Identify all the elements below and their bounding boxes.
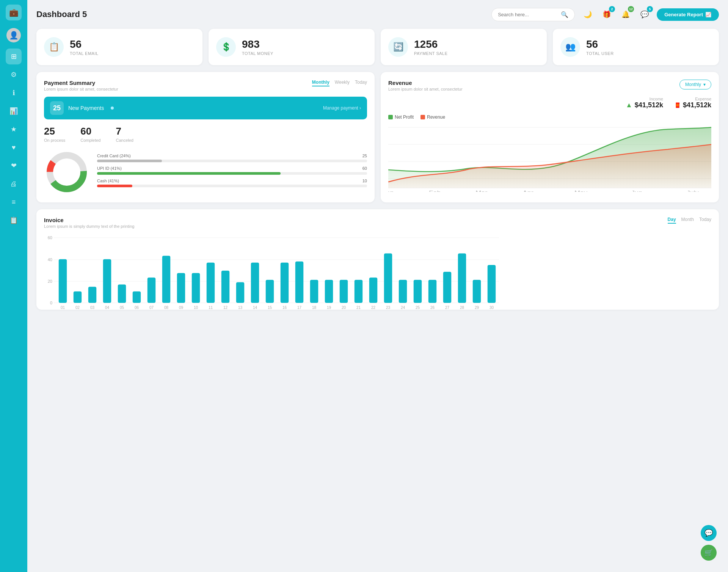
income-amount: ▲ $41,512k: [626, 101, 663, 109]
invoice-card: Invoice Lorem ipsum is simply dummy text…: [36, 209, 719, 310]
sidebar-item-heart2[interactable]: ❤: [6, 158, 22, 174]
svg-text:03: 03: [90, 306, 95, 310]
new-payments-left: 25 New Payments: [50, 101, 114, 115]
tab-today[interactable]: Today: [355, 80, 367, 86]
expense-amount: 🧧 $41,512k: [675, 101, 711, 109]
bell-badge: 12: [628, 6, 634, 12]
metric-canceled: 7 Canceled: [116, 125, 133, 143]
money-number: 983: [242, 38, 273, 50]
svg-text:17: 17: [297, 306, 302, 310]
money-icon: 💲: [216, 37, 236, 57]
stats-row: 📋 56 TOTAL EMAIL 💲 983 TOTAL MONEY 🔄 125…: [36, 29, 719, 65]
avatar[interactable]: 👤: [6, 28, 21, 42]
svg-text:May: May: [574, 190, 588, 192]
credit-label: Credit Card (24%): [97, 154, 131, 158]
tab-monthly[interactable]: Monthly: [312, 80, 329, 86]
sidebar-item-info[interactable]: ℹ: [6, 85, 22, 101]
sidebar-item-settings[interactable]: ⚙: [6, 67, 22, 83]
expense-icon: 🧧: [675, 102, 681, 108]
net-profit-dot: [388, 115, 393, 119]
svg-text:02: 02: [75, 306, 80, 310]
svg-text:05: 05: [120, 306, 124, 310]
revenue-stats: Income ▲ $41,512k Expense 🧧 $41,512k: [388, 97, 711, 109]
metric-on-process-val: 25: [44, 125, 65, 137]
bar-1: [59, 259, 67, 303]
bar-3: [88, 287, 96, 303]
chat-icon-btn[interactable]: 💬 5: [638, 8, 651, 21]
sidebar-item-analytics[interactable]: 📊: [6, 103, 22, 119]
theme-toggle[interactable]: 🌙: [581, 8, 595, 21]
expense-label: Expense: [675, 97, 711, 101]
svg-text:01: 01: [61, 306, 65, 310]
email-label: TOTAL EMAIL: [70, 51, 99, 56]
support-float-btn[interactable]: 💬: [701, 525, 717, 541]
svg-text:12: 12: [223, 306, 228, 310]
expense-value: $41,512k: [683, 101, 711, 109]
svg-text:11: 11: [209, 306, 213, 310]
invoice-sub: Lorem ipsum is simply dummy text of the …: [44, 224, 134, 229]
search-bar[interactable]: 🔍: [491, 8, 575, 21]
invoice-tab-day[interactable]: Day: [668, 217, 676, 224]
bar-10: [192, 273, 200, 303]
cash-bar-wrap: [97, 185, 367, 187]
stat-info-email: 56 TOTAL EMAIL: [70, 38, 99, 56]
sidebar-item-doc[interactable]: 📋: [6, 212, 22, 228]
email-number: 56: [70, 38, 99, 50]
user-number: 56: [586, 38, 614, 50]
legend-revenue: Revenue: [420, 114, 445, 120]
svg-text:16: 16: [282, 306, 287, 310]
invoice-tab-month[interactable]: Month: [681, 217, 694, 224]
chevron-down-icon: ▾: [703, 82, 706, 87]
bar-8: [162, 256, 170, 303]
bar-11: [207, 263, 215, 303]
search-input[interactable]: [498, 12, 558, 17]
cash-count: 10: [362, 179, 367, 183]
invoice-titles: Invoice Lorem ipsum is simply dummy text…: [44, 217, 134, 229]
svg-text:15: 15: [268, 306, 272, 310]
upi-bar: [97, 172, 281, 175]
invoice-title: Invoice: [44, 217, 134, 223]
revenue-dot: [420, 115, 425, 119]
revenue-tab-monthly: Monthly: [685, 82, 701, 87]
new-payments-count: 25: [50, 101, 64, 115]
metric-canceled-val: 7: [116, 125, 133, 137]
bar-22: [369, 277, 377, 303]
revenue-monthly-dropdown[interactable]: Monthly ▾: [679, 80, 711, 89]
sidebar-item-list[interactable]: ≡: [6, 194, 22, 210]
upi-bar-wrap: [97, 172, 367, 175]
sidebar-item-print[interactable]: 🖨: [6, 176, 22, 192]
svg-text:14: 14: [253, 306, 257, 310]
cash-label: Cash (41%): [97, 179, 119, 183]
gift-icon-btn[interactable]: 🎁 2: [600, 8, 613, 21]
income-label: Income: [626, 97, 663, 101]
new-payments-dot: [111, 107, 114, 110]
stat-card-total-money: 💲 983 TOTAL MONEY: [209, 29, 375, 65]
content-row: Payment Summary Lorem ipsum dolor sit am…: [36, 72, 719, 202]
revenue-sub: Lorem ipsum dolor sit amet, consectetur: [388, 87, 463, 91]
tab-weekly[interactable]: Weekly: [335, 80, 350, 86]
sidebar-item-heart[interactable]: ♥: [6, 139, 22, 155]
payment-summary-card: Payment Summary Lorem ipsum dolor sit am…: [36, 72, 375, 202]
svg-text:23: 23: [386, 306, 391, 310]
progress-item-credit: Credit Card (24%) 25: [97, 154, 367, 162]
bar-16: [281, 263, 289, 303]
svg-text:29: 29: [475, 306, 479, 310]
invoice-svg: 60 40 20 0 01020304050607080910111213141…: [44, 234, 711, 317]
svg-text:24: 24: [401, 306, 405, 310]
svg-text:Jan: Jan: [388, 190, 394, 192]
generate-report-button[interactable]: Generate Report 📈: [657, 8, 719, 21]
progress-item-upi: UPI ID (41%) 60: [97, 166, 367, 175]
manage-payment-link[interactable]: Manage payment ›: [323, 105, 361, 111]
sidebar-item-dashboard[interactable]: ⊞: [6, 49, 22, 64]
revenue-area: [388, 144, 711, 188]
cart-float-btn[interactable]: 🛒: [701, 545, 717, 561]
bell-icon-btn[interactable]: 🔔 12: [619, 8, 632, 21]
gift-badge: 2: [609, 6, 615, 12]
invoice-tab-today[interactable]: Today: [699, 217, 711, 224]
bar-6: [133, 291, 141, 303]
payment-tab-group: Monthly Weekly Today: [312, 80, 367, 86]
progress-list: Credit Card (24%) 25 UPI ID (41%) 60: [97, 154, 367, 191]
sidebar-item-star[interactable]: ★: [6, 121, 22, 137]
bar-13: [236, 282, 244, 303]
bar-12: [221, 271, 229, 303]
